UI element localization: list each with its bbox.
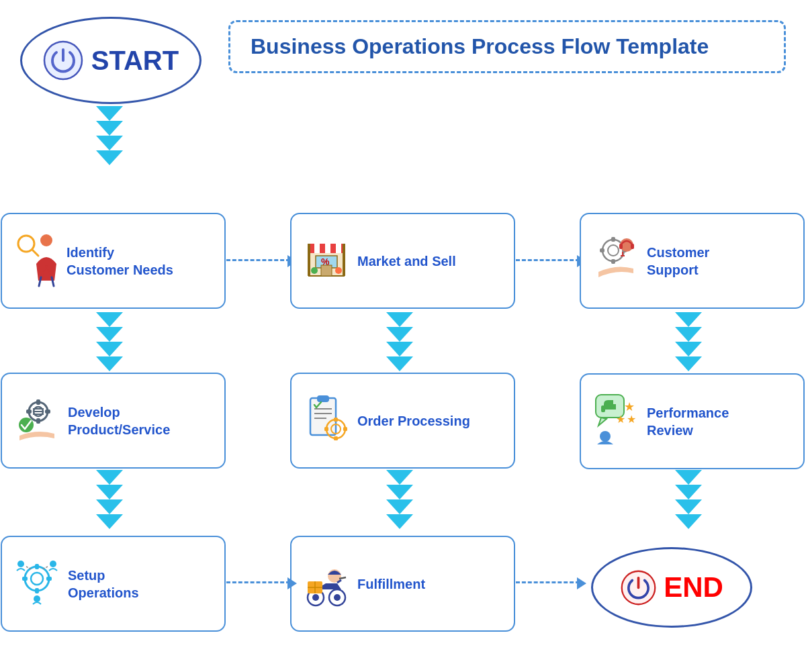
arrow-start-to-identify [93,106,126,210]
svg-marker-28 [96,499,123,514]
market-box: % Market and Sell [290,213,515,309]
support-box: CustomerSupport [580,213,805,309]
svg-rect-33 [35,588,39,593]
arrow-performance-to-end [672,470,705,544]
svg-marker-94 [675,327,702,342]
arrow-market-to-support [516,259,580,261]
svg-point-36 [17,561,24,567]
svg-point-7 [40,234,52,246]
svg-marker-93 [675,312,702,327]
fulfillment-box: Fulfillment [290,536,515,632]
order-box: Order Processing [290,373,515,469]
end-ellipse: END [591,547,752,628]
svg-marker-13 [96,327,123,342]
svg-rect-90 [631,244,634,249]
svg-marker-95 [675,342,702,356]
start-label: START [91,46,179,76]
svg-marker-53 [386,312,413,327]
develop-icon [13,390,61,452]
svg-marker-55 [386,342,413,356]
svg-marker-14 [96,342,123,356]
svg-text:★: ★ [627,414,636,425]
svg-rect-19 [36,418,40,424]
svg-marker-104 [675,470,702,485]
svg-rect-84 [611,237,615,242]
support-label: CustomerSupport [647,244,709,279]
svg-rect-44 [325,244,330,253]
svg-rect-32 [35,564,39,569]
end-power-icon [620,569,657,606]
svg-marker-96 [675,356,702,371]
svg-rect-45 [336,244,341,253]
develop-label: DevelopProduct/Service [68,403,170,438]
svg-point-75 [312,594,319,601]
performance-icon: ★ ★ ★ [592,391,640,452]
svg-marker-3 [96,136,123,150]
svg-rect-65 [334,436,338,440]
svg-text:★: ★ [624,400,635,414]
end-label: END [664,571,723,604]
svg-rect-35 [46,577,52,581]
arrow-fulfillment-to-end [516,581,580,583]
svg-point-73 [334,594,341,601]
fulfillment-label: Fulfillment [357,575,425,593]
arrow-develop-to-setup [93,470,126,544]
develop-box: DevelopProduct/Service [1,373,226,469]
svg-marker-71 [386,514,413,529]
svg-marker-26 [96,470,123,485]
fulfillment-icon [302,553,351,615]
svg-rect-46 [308,244,310,276]
performance-label: PerformanceReview [647,404,729,439]
svg-rect-57 [310,398,336,435]
svg-marker-54 [386,327,413,342]
performance-box: ★ ★ ★ PerformanceReview [580,373,805,469]
start-power-icon [43,40,83,81]
svg-marker-27 [96,485,123,499]
svg-rect-85 [611,259,615,264]
svg-point-50 [311,267,318,274]
arrow-order-to-fulfillment [383,470,416,544]
market-label: Market and Sell [357,252,456,270]
svg-rect-20 [26,410,32,414]
svg-marker-2 [96,121,123,136]
svg-marker-15 [96,356,123,371]
svg-text:★: ★ [616,414,625,425]
svg-marker-4 [96,150,123,165]
identify-box: IdentifyCustomer Needs [1,213,226,309]
order-icon [302,390,351,452]
svg-rect-58 [317,395,329,402]
svg-point-31 [31,573,43,585]
svg-point-103 [600,431,611,442]
setup-label: SetupOperations [68,567,139,602]
svg-marker-68 [386,470,413,485]
diagram-title: Business Operations Process Flow Templat… [251,34,764,59]
svg-rect-47 [343,244,345,276]
title-box: Business Operations Process Flow Templat… [228,20,786,73]
svg-rect-34 [22,577,28,581]
diagram-container: Business Operations Process Flow Templat… [0,0,806,672]
svg-rect-18 [36,399,40,405]
start-ellipse: START [20,17,202,104]
svg-line-6 [32,250,38,256]
arrow-setup-to-fulfillment [226,581,290,583]
svg-marker-56 [386,356,413,371]
identify-icon [13,227,60,295]
svg-point-37 [50,561,56,567]
order-label: Order Processing [357,412,470,430]
svg-point-51 [335,267,342,274]
svg-marker-29 [96,514,123,529]
svg-marker-105 [675,485,702,499]
svg-rect-21 [45,410,50,414]
svg-point-83 [608,245,619,256]
svg-marker-70 [386,499,413,514]
svg-rect-86 [600,248,604,252]
market-icon: % [302,230,351,292]
svg-rect-43 [314,244,320,253]
svg-point-38 [34,595,40,602]
svg-rect-67 [343,427,347,431]
svg-rect-64 [334,418,338,422]
svg-marker-106 [675,499,702,514]
arrow-identify-to-market [226,259,290,261]
setup-box: SetupOperations [1,536,226,632]
support-icon [592,230,640,292]
